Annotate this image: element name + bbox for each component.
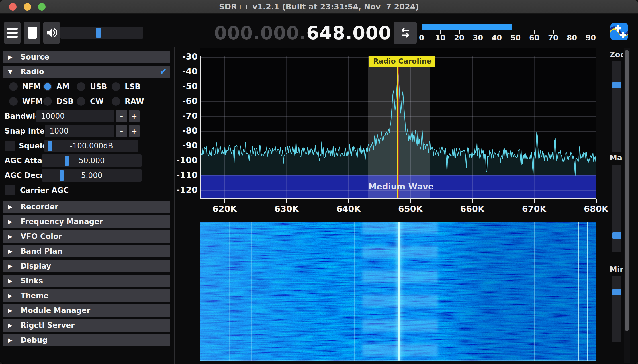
- sidebar-item-band-plan[interactable]: ▶Band Plan: [3, 245, 170, 257]
- bandwidth-minus-button[interactable]: -: [116, 110, 127, 122]
- bookmark-label[interactable]: Radio Caroline: [369, 56, 435, 67]
- radio-button-icon[interactable]: [112, 82, 120, 91]
- demod-mode-usb[interactable]: USB: [77, 80, 108, 93]
- chevron-right-icon: ▶: [8, 319, 12, 332]
- radio-button-icon[interactable]: [77, 97, 85, 106]
- zoom-slider[interactable]: [612, 61, 621, 152]
- waterfall[interactable]: [200, 222, 596, 361]
- waterfall-signal-line: [229, 222, 230, 361]
- snap-plus-button[interactable]: +: [129, 125, 140, 137]
- squelch-checkbox[interactable]: [5, 141, 15, 151]
- snr-tick-label: 80: [566, 34, 578, 42]
- db-tick-label: -110: [160, 170, 198, 180]
- carrier-agc-checkbox[interactable]: [5, 185, 15, 195]
- db-tick-label: -100: [160, 155, 198, 165]
- chevron-right-icon: ▶: [8, 260, 12, 272]
- main-menu-button[interactable]: [4, 22, 21, 44]
- demod-mode-lsb[interactable]: LSB: [112, 80, 143, 93]
- rail-label-min: Min: [610, 265, 623, 274]
- fft-plot[interactable]: [200, 48, 596, 199]
- squelch-row: Squelch -100.000dB: [3, 140, 170, 152]
- chevron-right-icon: ▶: [8, 215, 12, 228]
- chevron-right-icon: ▶: [8, 275, 12, 287]
- agc-decay-slider[interactable]: 5.000: [42, 169, 142, 182]
- chevron-right-icon: ▶: [8, 201, 12, 213]
- bandwidth-plus-button[interactable]: +: [129, 110, 140, 122]
- snr-tick-label: 0: [415, 34, 428, 42]
- db-tick-label: -40: [160, 66, 198, 76]
- frequency-tick-label: 650K: [392, 204, 429, 214]
- sidebar-item-recorder[interactable]: ▶Recorder: [3, 201, 170, 213]
- chevron-right-icon: ▶: [8, 230, 12, 243]
- frequency-tick-label: 630K: [268, 204, 305, 214]
- db-tick-label: -90: [160, 140, 198, 150]
- demod-mode-wfm[interactable]: WFM: [9, 95, 40, 108]
- sidebar-item-sinks[interactable]: ▶Sinks: [3, 275, 170, 287]
- volume-slider[interactable]: [60, 27, 143, 39]
- waterfall-signal-line: [251, 222, 252, 361]
- sidebar-item-vfo-color[interactable]: ▶VFO Color: [3, 230, 170, 243]
- frequency-display[interactable]: 000.000.648.000: [214, 22, 391, 44]
- snr-tick-label: 60: [528, 34, 541, 42]
- sidebar-item-display[interactable]: ▶Display: [3, 260, 170, 272]
- sidebar-item-debug[interactable]: ▶Debug: [3, 334, 170, 346]
- sdrpp-logo-icon: [610, 23, 628, 40]
- snr-tick-label: 20: [453, 34, 465, 42]
- snr-meter: 0102030405060708090: [422, 24, 604, 44]
- radio-button-icon[interactable]: [112, 97, 120, 106]
- snap-interval-input[interactable]: 1000: [45, 125, 114, 137]
- sidebar-item-radio[interactable]: ▼ Radio ✔: [3, 66, 170, 78]
- frequency-dim-digits: 000.000.: [214, 23, 306, 44]
- scrollbar-track[interactable]: [624, 48, 630, 363]
- chevron-down-icon: ▼: [8, 66, 12, 78]
- rail-label-max: Max: [610, 153, 623, 162]
- mute-button[interactable]: [43, 22, 60, 44]
- sidebar-item-frequency-manager[interactable]: ▶Frequency Manager: [3, 215, 170, 228]
- radio-button-icon[interactable]: [77, 82, 85, 91]
- frequency-tick-label: 670K: [516, 204, 553, 214]
- demod-mode-am[interactable]: AM: [43, 80, 75, 93]
- min-slider-handle[interactable]: [612, 289, 621, 295]
- bandwidth-input[interactable]: 10000: [36, 110, 114, 122]
- min-slider[interactable]: [612, 276, 621, 342]
- sidebar-item-module-manager[interactable]: ▶Module Manager: [3, 304, 170, 317]
- volume-slider-handle[interactable]: [96, 28, 101, 38]
- max-slider[interactable]: [612, 165, 621, 252]
- demod-mode-nfm[interactable]: NFM: [9, 80, 40, 93]
- hamburger-icon: [7, 28, 18, 30]
- agc-attack-slider[interactable]: 50.000: [42, 154, 142, 167]
- sidebar-item-theme[interactable]: ▶Theme: [3, 289, 170, 302]
- snr-tick-label: 40: [490, 34, 503, 42]
- db-tick-label: -70: [160, 111, 198, 121]
- snr-tick-label: 30: [472, 34, 484, 42]
- max-slider-handle[interactable]: [612, 232, 621, 239]
- sidebar-item-source[interactable]: ▶ Source: [3, 51, 170, 63]
- agc-attack-row: AGC Attack 50.000: [3, 154, 170, 167]
- app-window: SDR++ v1.2.1 (Built at 23:31:54, Nov 7 2…: [0, 0, 638, 364]
- radio-button-icon[interactable]: [9, 97, 18, 106]
- bandwidth-row: Bandwidth 10000 - +: [3, 110, 170, 122]
- snap-minus-button[interactable]: -: [116, 125, 127, 137]
- snap-interval-row: Snap Interval 1000 - +: [3, 125, 170, 137]
- sidebar-item-rigctl-server[interactable]: ▶Rigctl Server: [3, 319, 170, 332]
- radio-button-icon[interactable]: [43, 97, 52, 106]
- scrollbar-thumb[interactable]: [625, 50, 629, 331]
- demod-mode-cw[interactable]: CW: [77, 95, 108, 108]
- snr-tick-label: 50: [509, 34, 522, 42]
- chevron-right-icon: ▶: [8, 289, 12, 302]
- waterfall-signal-line: [587, 222, 588, 361]
- radio-button-icon[interactable]: [43, 82, 52, 91]
- center-tune-button[interactable]: [394, 22, 417, 44]
- stop-button[interactable]: [24, 22, 40, 44]
- db-tick-label: -80: [160, 126, 198, 136]
- zoom-slider-handle[interactable]: [612, 82, 621, 88]
- window-title: SDR++ v1.2.1 (Built at 23:31:54, Nov 7 2…: [0, 0, 638, 14]
- squelch-slider[interactable]: -100.000dB: [44, 140, 138, 152]
- waterfall-signal-line: [578, 222, 579, 361]
- waterfall-latest-row: [200, 360, 596, 361]
- rail-label-zoom: Zoom: [610, 50, 623, 59]
- radio-button-icon[interactable]: [9, 82, 18, 91]
- demod-mode-raw[interactable]: RAW: [112, 95, 143, 108]
- swap-arrows-icon: [398, 26, 412, 40]
- demod-mode-dsb[interactable]: DSB: [43, 95, 75, 108]
